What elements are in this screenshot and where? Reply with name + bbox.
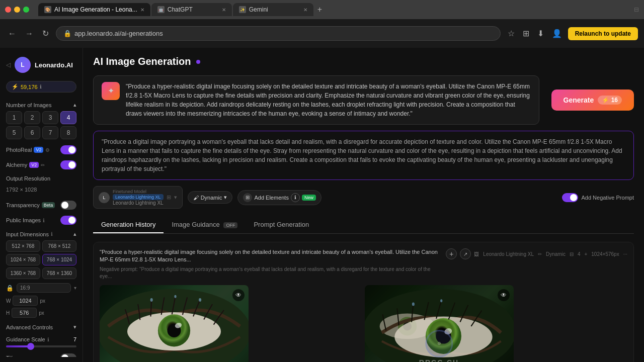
tiling-label-row: Tiling <box>6 353 76 357</box>
count-btn-6[interactable]: 6 <box>24 126 40 139</box>
browser-tab-leonardo[interactable]: 🎨 AI Image Generation - Leona... ✕ <box>38 3 150 16</box>
public-images-label-row: Public Images ℹ <box>6 216 76 225</box>
negative-prompt-text: "Produce a digital image portraying a wo… <box>102 138 622 172</box>
pencil-icon: ✏ <box>538 251 542 257</box>
add-elements-tag[interactable]: ⊞ Add Elements ℹ New <box>237 190 321 205</box>
model-version-badge: Leonardo Lightning XL <box>113 194 164 200</box>
num-images-chevron[interactable]: ▴ <box>73 102 76 108</box>
width-input[interactable] <box>13 296 38 306</box>
generate-button[interactable]: Generate ⚡ 16 <box>551 89 634 111</box>
generation-entry: "Produce a hyper-realistic digital image… <box>93 242 634 362</box>
sidebar: ◁ L Leonardo.AI ⚡ 59,176 ℹ Number of Ima… <box>0 48 83 362</box>
dim-1360x768[interactable]: 1360 × 768 <box>6 267 40 279</box>
collapse-icon[interactable]: ◁ <box>6 61 11 68</box>
photoreal-label: PhotoReal <box>6 147 32 153</box>
negative-toggle[interactable] <box>562 193 578 202</box>
guidance-scale-slider[interactable] <box>6 345 76 347</box>
model-tag[interactable]: L Finetuned Model Leonardo Lightning XL … <box>93 186 183 209</box>
alchemy-pencil-icon[interactable]: ✏ <box>41 162 45 168</box>
dim-chevron-icon[interactable]: ▾ <box>74 285 76 291</box>
dim-768x1024[interactable]: 768 × 1024 <box>42 254 76 265</box>
credits-pill[interactable]: ⚡ 59,176 ℹ <box>6 81 76 93</box>
tab-favicon-chatgpt: 🤖 <box>157 6 165 13</box>
image-view-icon-2[interactable]: 👁 <box>498 289 510 301</box>
tab-label-leonardo: AI Image Generation - Leona... <box>54 6 137 13</box>
output-resolution-control: Output Resolution 1792 × 1028 <box>6 175 76 195</box>
negative-prompt-toggle-row[interactable]: Add Negative Prompt <box>562 193 634 202</box>
svg-point-7 <box>199 298 201 302</box>
dim-768x1360[interactable]: 768 × 1360 <box>42 267 76 279</box>
tab-close-leonardo[interactable]: ✕ <box>140 7 144 13</box>
entry-resolution: 1024×576px <box>591 251 619 257</box>
minimize-traffic-light[interactable] <box>14 7 20 13</box>
count-btn-2[interactable]: 2 <box>24 111 40 124</box>
tiling-toggle[interactable] <box>60 353 76 357</box>
transparency-badge: Beta <box>42 202 55 208</box>
alchemy-toggle[interactable] <box>60 160 76 169</box>
address-bar[interactable]: 🔒 app.leonardo.ai/ai-generations <box>56 26 501 41</box>
sidebar-header[interactable]: ◁ L Leonardo.AI <box>0 53 83 77</box>
image-guidance-off-badge: OFF <box>223 222 237 228</box>
dimensions-chevron[interactable]: ▴ <box>73 231 76 237</box>
entry-model-icon: 🖼 <box>474 251 479 257</box>
download-button[interactable]: ⬇ <box>535 27 546 40</box>
watermark: ⊕ RRCG.CH 人人素材 <box>419 330 459 362</box>
extensions-button[interactable]: ⊞ <box>521 27 531 40</box>
add-elements-label: Add Elements <box>254 195 288 201</box>
more-icon[interactable]: ··· <box>623 251 627 257</box>
token-count-badge: ⚡ 16 <box>598 96 622 105</box>
star-button[interactable]: ☆ <box>506 27 517 40</box>
tab-image-guidance[interactable]: Image Guidance OFF <box>164 217 246 233</box>
count-btn-3[interactable]: 3 <box>42 111 58 124</box>
lock-aspect-icon: 🔒 <box>6 285 14 292</box>
tab-close-gemini[interactable]: ✕ <box>303 7 307 13</box>
browser-tabs-bar: 🎨 AI Image Generation - Leona... ✕ 🤖 Cha… <box>38 3 630 16</box>
transparency-toggle[interactable] <box>60 201 76 210</box>
back-button[interactable]: ← <box>6 27 18 40</box>
num-images-label: Number of Images ▴ <box>6 102 76 108</box>
advanced-controls-label[interactable]: Advanced Controls ▾ <box>6 324 76 330</box>
refresh-button[interactable]: ↻ <box>40 27 51 40</box>
model-chevron-icon[interactable]: ▾ <box>174 194 177 201</box>
alchemy-label: Alchemy <box>6 162 27 168</box>
tab-prompt-generation[interactable]: Prompt Generation <box>246 217 317 233</box>
dim-768x512[interactable]: 768 × 512 <box>42 240 76 252</box>
profile-button[interactable]: 👤 <box>550 27 564 40</box>
image-view-icon-1[interactable]: 👁 <box>232 289 245 301</box>
relaunch-button[interactable]: Relaunch to update <box>568 27 638 40</box>
entry-meta: 🖼 Leonardo Lightning XL ✏ Dynamic ⊟ 4 + … <box>474 251 627 257</box>
add-to-entry-button[interactable]: + <box>446 248 457 259</box>
count-btn-4[interactable]: 4 <box>60 111 76 124</box>
maximize-traffic-light[interactable] <box>23 7 29 13</box>
positive-prompt-text[interactable]: "Produce a hyper-realistic digital image… <box>126 82 531 118</box>
count-btn-7[interactable]: 7 <box>42 126 58 139</box>
dim-1024x768[interactable]: 1024 × 768 <box>6 254 40 265</box>
tab-generation-history[interactable]: Generation History <box>93 217 164 233</box>
negative-prompt-area[interactable]: "Produce a digital image portraying a wo… <box>93 131 634 180</box>
count-btn-1[interactable]: 1 <box>6 111 22 124</box>
browser-tab-gemini[interactable]: ✨ Gemini ✕ <box>233 3 313 16</box>
tab-close-chatgpt[interactable]: ✕ <box>222 7 226 13</box>
dynamic-label: Dynamic <box>201 195 222 201</box>
count-btn-5[interactable]: 5 <box>6 126 22 139</box>
browser-tab-chatgpt[interactable]: 🤖 ChatGPT ✕ <box>151 3 232 16</box>
count-btn-8[interactable]: 8 <box>60 126 76 139</box>
public-images-toggle[interactable] <box>60 216 76 225</box>
forward-button[interactable]: → <box>23 27 35 40</box>
height-input[interactable] <box>12 308 37 318</box>
dimensions-grid: 512 × 768 768 × 512 1024 × 768 768 × 102… <box>6 240 76 279</box>
dynamic-chevron: ▾ <box>224 194 227 201</box>
new-tab-button[interactable]: + <box>313 5 326 14</box>
dynamic-style-tag[interactable]: 🖌 Dynamic ▾ <box>188 191 233 204</box>
entry-expand-button[interactable]: ↗ <box>460 248 471 259</box>
image-card-1[interactable]: 👁 <box>100 285 249 362</box>
close-traffic-light[interactable] <box>5 7 11 13</box>
positive-prompt-area: ✦ "Produce a hyper-realistic digital ima… <box>93 75 539 125</box>
page-title: AI Image Generation <box>93 56 191 67</box>
public-images-control: Public Images ℹ <box>6 216 76 225</box>
image-card-2[interactable]: ⊕ RRCG.CH 人人素材 👁 <box>365 285 514 362</box>
app-layout: ◁ L Leonardo.AI ⚡ 59,176 ℹ Number of Ima… <box>0 48 644 362</box>
dim-512x768[interactable]: 512 × 768 <box>6 240 40 252</box>
photoreal-toggle[interactable] <box>60 145 76 154</box>
tabs-nav: Generation History Image Guidance OFF Pr… <box>93 217 634 234</box>
